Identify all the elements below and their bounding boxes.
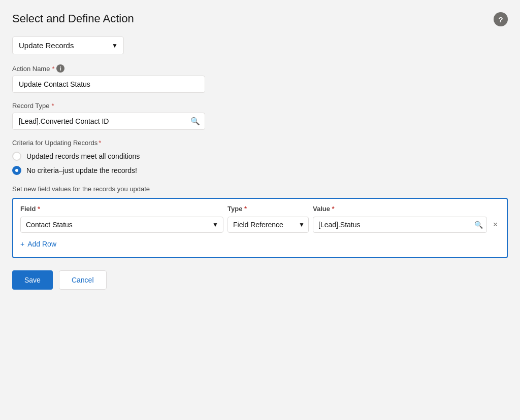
action-select-container: Update Records Create Records Delete Rec… [12,37,124,54]
action-select-wrapper: Update Records Create Records Delete Rec… [12,37,508,54]
radio-item-all[interactable]: Updated records meet all conditions [12,152,508,161]
criteria-required-star: * [99,139,101,147]
radio-item-none[interactable]: No criteria–just update the records! [12,166,508,175]
record-type-label: Record Type * [12,102,508,110]
type-select-wrapper: Field Reference Value Formula ▼ [228,217,309,233]
col-header-field: Field * [20,205,223,213]
table-header-row: Field * Type * Value * [20,205,500,213]
col-header-type: Type * [228,205,309,213]
field-values-section: Set new field values for the records you… [12,185,508,258]
save-button[interactable]: Save [12,270,53,290]
add-row-button[interactable]: + Add Row [20,238,56,250]
radio-label-none: No criteria–just update the records! [26,166,137,174]
delete-row-button[interactable]: × [491,218,500,231]
field-values-container: Field * Type * Value * Contact Status [12,198,508,258]
field-select[interactable]: Contact Status [20,217,223,233]
record-type-group: Record Type * 🔍 [12,102,508,130]
action-select[interactable]: Update Records Create Records Delete Rec… [12,37,124,54]
action-name-required-star: * [52,65,54,73]
criteria-section: Criteria for Updating Records * Updated … [12,139,508,175]
help-icon[interactable]: ? [494,12,508,26]
action-name-group: Action Name * i [12,64,508,93]
value-input-wrapper: 🔍 [313,217,487,233]
criteria-label: Criteria for Updating Records * [12,139,508,147]
radio-circle-none [12,166,21,175]
col-header-value: Value * [313,205,500,213]
type-select[interactable]: Field Reference Value Formula [228,217,309,233]
page-container: Select and Define Action ? Update Record… [0,0,520,420]
value-input[interactable] [313,217,487,233]
record-type-input[interactable] [12,113,205,130]
field-values-label: Set new field values for the records you… [12,185,508,193]
record-type-required-star: * [51,102,54,110]
cancel-button[interactable]: Cancel [59,270,107,290]
field-select-wrapper: Contact Status ▼ [20,217,223,233]
radio-circle-all [12,152,21,161]
table-row: Contact Status ▼ Field Reference Value F… [20,217,500,233]
radio-label-all: Updated records meet all conditions [26,152,140,160]
page-title: Select and Define Action [12,12,134,25]
criteria-radio-group: Updated records meet all conditions No c… [12,152,508,175]
record-type-input-wrapper: 🔍 [12,113,205,130]
header-row: Select and Define Action ? [12,12,508,26]
action-name-info-icon[interactable]: i [56,64,64,73]
add-row-plus-icon: + [20,240,24,248]
action-name-label: Action Name * i [12,64,508,73]
footer-actions: Save Cancel [12,270,508,290]
add-row-label: Add Row [27,240,56,248]
action-name-input[interactable] [12,76,205,93]
